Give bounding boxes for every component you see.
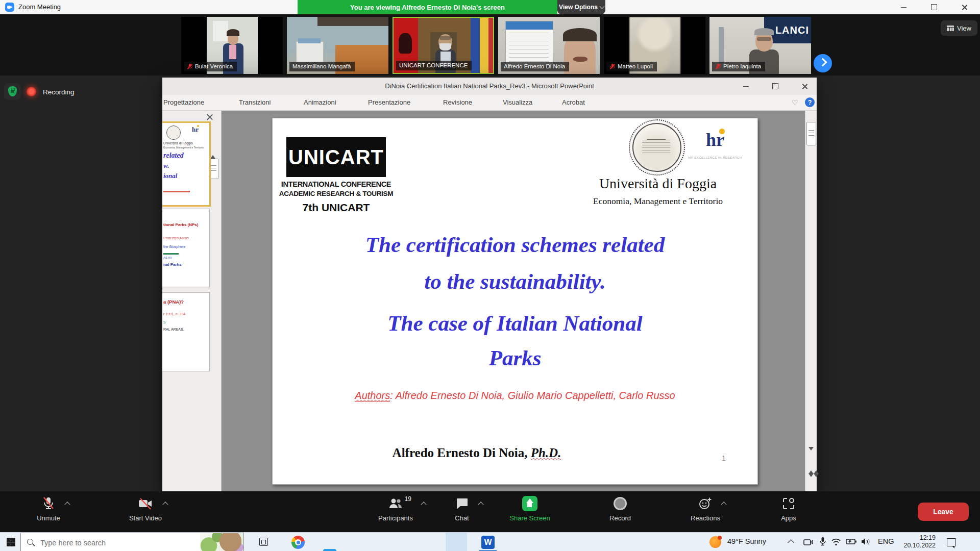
participant-tile-pietro-iaquinta[interactable]: LANCI Pietro Iaquinta	[709, 17, 811, 74]
unmute-options-chevron[interactable]	[64, 502, 70, 507]
authors-names: : Alfredo Ernesto Di Noia, Giulio Mario …	[390, 390, 675, 401]
video-off-icon	[138, 497, 153, 510]
ppt-maximize-button[interactable]	[768, 81, 783, 91]
mic-muted-icon	[715, 64, 721, 69]
unicart-edition: 7th UNICART	[279, 202, 394, 214]
slide-presenter-line[interactable]: Alfredo Ernesto Di Noia, Ph.D.	[334, 446, 620, 460]
participant-name-label: Matteo Lupoli	[606, 62, 657, 71]
window-light	[213, 21, 228, 41]
clock[interactable]: 12:19 20.10.2022	[896, 534, 936, 549]
participant-tile-alfredo-di-noia[interactable]: Alfredo Ernesto Di Noia	[498, 17, 600, 74]
slide-thumbnail-2[interactable]: tional Parks (NPs) Protected Areas the B…	[162, 209, 210, 287]
chrome-icon[interactable]	[291, 536, 305, 549]
university-seal-logo	[629, 119, 685, 176]
action-center-icon[interactable]	[947, 538, 956, 546]
windows-taskbar: W 49°F Sunny ENG	[0, 532, 980, 551]
participant-tile-massimiliano-mangafa[interactable]: Massimiliano Mangafà	[287, 17, 388, 74]
participants-options-chevron[interactable]	[421, 502, 426, 507]
weather-label[interactable]: 49°F Sunny	[727, 537, 766, 545]
feedback-heart-icon[interactable]: ♡	[792, 98, 798, 107]
slide-title-paragraph-2[interactable]: The case of Italian National Parks	[293, 306, 737, 375]
help-icon[interactable]: ?	[805, 97, 815, 107]
share-screen-button[interactable]: Share Screen	[499, 495, 560, 522]
reactions-button[interactable]: Reactions	[675, 495, 736, 522]
reactions-options-chevron[interactable]	[721, 502, 726, 507]
record-button[interactable]: Record	[590, 495, 651, 522]
thumb-text: RAL AREAS.	[163, 328, 184, 331]
panel-close-button[interactable]	[206, 113, 213, 120]
ppt-close-button[interactable]	[797, 81, 813, 91]
tray-mic-icon[interactable]	[819, 537, 826, 547]
person-glasses	[757, 37, 771, 41]
scrollbar-thumb[interactable]	[806, 122, 816, 145]
unmute-button[interactable]: Unmute	[18, 495, 79, 522]
tray-battery-icon[interactable]	[846, 538, 857, 545]
start-video-button[interactable]: Start Video	[115, 495, 176, 522]
powerpoint-window: DiNoia Certification Italian National Pa…	[162, 78, 817, 491]
leave-button[interactable]: Leave	[918, 503, 969, 521]
ribbon-tab-animazioni[interactable]: Animazioni	[304, 98, 336, 106]
slide-title-paragraph-1[interactable]: The certification schemes related to the…	[293, 227, 737, 300]
thumb-text: the Biosphere	[163, 245, 185, 248]
ribbon-tab-revisione[interactable]: Revisione	[443, 98, 472, 106]
ribbon-tab-bar: Progettazione Transizioni Animazioni Pre…	[162, 95, 817, 111]
panel-scroll-up[interactable]	[210, 146, 215, 156]
participants-button[interactable]: 19 Participants	[365, 495, 426, 522]
participant-tile-matteo-lupoli[interactable]: Matteo Lupoli	[604, 17, 705, 74]
language-indicator[interactable]: ENG	[878, 537, 894, 545]
slide-scrollbar	[805, 111, 817, 491]
ribbon-tab-visualizza[interactable]: Visualizza	[503, 98, 532, 106]
view-layout-button[interactable]: View	[941, 20, 977, 36]
person-shirt	[229, 45, 236, 59]
slide-canvas[interactable]: UNICART INTERNATIONAL CONFERENCE ACADEMI…	[272, 118, 758, 485]
apps-button[interactable]: Apps	[758, 495, 819, 522]
chat-options-chevron[interactable]	[478, 502, 483, 507]
maximize-button[interactable]	[926, 2, 942, 12]
meeting-security-shield-button[interactable]	[4, 83, 21, 100]
participant-name-label: Bulat Veronica	[184, 62, 237, 71]
participant-tile-unicart-conference[interactable]: UNICART CONFERENCE	[393, 17, 494, 74]
ribbon-tab-acrobat[interactable]: Acrobat	[562, 98, 585, 106]
tray-speaker-icon[interactable]	[861, 537, 871, 546]
ribbon-tab-transizioni[interactable]: Transizioni	[239, 98, 271, 106]
unicart-subtitle-2: ACADEMIC RESEARCH & TOURISM	[279, 190, 394, 197]
person-glasses	[439, 36, 451, 40]
zoom-window-title: Zoom Meeting	[18, 3, 61, 11]
weather-icon[interactable]	[709, 536, 721, 548]
tray-overflow-chevron[interactable]	[788, 539, 794, 546]
next-participants-page-button[interactable]	[814, 54, 832, 72]
view-options-button[interactable]: View Options	[557, 0, 605, 14]
chat-icon	[455, 497, 469, 510]
participant-tile-bulat-veronica[interactable]: Bulat Veronica	[181, 17, 283, 74]
word-icon[interactable]: W	[481, 536, 495, 549]
ribbon-tab-presentazione[interactable]: Presentazione	[368, 98, 410, 106]
ppt-minimize-button[interactable]	[738, 81, 753, 91]
viewing-screen-banner: You are viewing Alfredo Ernesto Di Noia'…	[298, 0, 557, 14]
taskbar-search-box[interactable]	[20, 533, 244, 551]
person-hair	[563, 28, 597, 41]
video-options-chevron[interactable]	[162, 502, 168, 507]
thumb-text: a (PNA)?	[163, 299, 184, 305]
search-input[interactable]	[39, 533, 179, 551]
previous-slide-button[interactable]	[808, 462, 819, 471]
slide-authors-line[interactable]: Authors: Alfredo Ernesto Di Noia, Giulio…	[293, 390, 737, 402]
next-slide-button[interactable]	[808, 477, 819, 486]
slide-thumbnail-1[interactable]: hr Università di Foggia Economia, Manage…	[162, 121, 211, 207]
tray-wifi-icon[interactable]	[831, 538, 841, 546]
record-label: Record	[609, 514, 631, 522]
hr-logo-dot	[719, 129, 725, 134]
task-view-button[interactable]	[259, 538, 268, 546]
close-button[interactable]	[957, 2, 972, 12]
minimize-icon	[743, 86, 749, 87]
presenter-degree: Ph.D.	[531, 446, 561, 460]
mail-icon[interactable]	[323, 549, 336, 551]
thumb-text: related	[163, 152, 184, 160]
slide-thumbnail-3[interactable]: a (PNA)? r 1991, n. 394 S RAL AREAS.	[162, 292, 210, 371]
ribbon-tab-progettazione[interactable]: Progettazione	[163, 98, 204, 106]
chat-button[interactable]: Chat	[431, 495, 493, 522]
scroll-down-button[interactable]	[808, 450, 814, 460]
zoom-app-icon	[5, 3, 14, 12]
start-button[interactable]	[7, 538, 15, 546]
minimize-button[interactable]	[896, 2, 911, 12]
tray-camera-icon[interactable]	[803, 538, 813, 546]
